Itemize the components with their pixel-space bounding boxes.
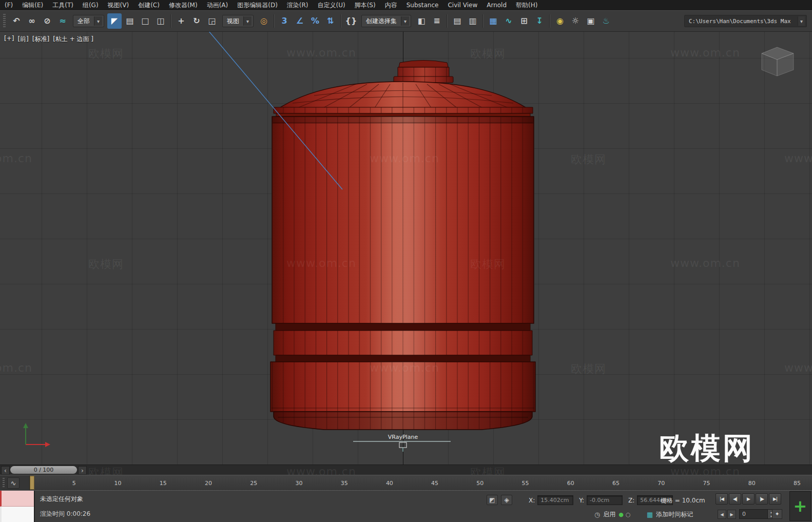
snap-toggle-3d-icon[interactable]: 3	[277, 13, 292, 29]
menu-item[interactable]: Arnold	[482, 0, 511, 10]
previous-key-button[interactable]: ◀	[718, 510, 726, 519]
menu-item[interactable]: Civil View	[443, 0, 482, 10]
viewport-front[interactable]: [+][前][标准][粘土 + 边面 ]	[0, 31, 812, 465]
x-label: X:	[529, 497, 535, 504]
align-icon[interactable]: ≡	[430, 13, 444, 29]
viewcube[interactable]	[762, 47, 794, 76]
next-key-button[interactable]: ▶	[727, 510, 736, 519]
layer-explorer-icon[interactable]: ▥	[466, 13, 480, 29]
reference-coordinate-dropdown[interactable]: 视图 ▾	[222, 15, 254, 27]
curve-editor-icon[interactable]: ∿	[501, 13, 516, 29]
window-crossing-icon[interactable]: ◫	[153, 13, 168, 29]
go-to-end-button[interactable]: ▶|	[769, 493, 781, 505]
x-coordinate-field[interactable]: 15.402cm	[537, 495, 573, 505]
undo-icon[interactable]: ↶	[9, 13, 24, 29]
menu-item[interactable]: (F)	[0, 0, 17, 10]
material-editor-icon[interactable]: ◉	[553, 13, 567, 29]
toolbar-separator	[482, 14, 484, 28]
menu-item[interactable]: 图形编辑器(D)	[233, 0, 282, 10]
use-pivot-center-icon[interactable]: ◎	[257, 13, 271, 29]
menu-item[interactable]: 修改器(M)	[164, 0, 202, 10]
mirror-icon[interactable]: ◧	[414, 13, 429, 29]
barrel-cap-top[interactable]	[399, 61, 448, 68]
y-label: Y:	[579, 497, 584, 504]
rendered-frame-window-icon[interactable]: ▣	[584, 13, 598, 29]
enable-indicator-off[interactable]: ○	[626, 512, 631, 517]
menu-item[interactable]: 动画(A)	[202, 0, 233, 10]
scene-explorer-icon[interactable]: ▤	[450, 13, 465, 29]
add-time-tag-button[interactable]: 添加时间标记	[656, 510, 693, 519]
rectangular-selection-icon[interactable]: □	[138, 13, 152, 29]
current-frame-field[interactable]: 0	[739, 509, 768, 519]
listener-macro-pane[interactable]	[0, 491, 34, 507]
grid-size-label: 栅格 = 10.0cm	[661, 496, 705, 505]
chevron-down-icon: ▾	[401, 16, 409, 26]
select-by-name-icon[interactable]: ▤	[123, 13, 137, 29]
viewport-menu-segment[interactable]: [标准]	[32, 35, 49, 44]
maxscript-mini-listener[interactable]	[0, 491, 35, 522]
menu-item[interactable]: 自定义(U)	[313, 0, 350, 10]
menu-item[interactable]: 工具(T)	[48, 0, 78, 10]
select-and-scale-icon[interactable]: ◲	[205, 13, 219, 29]
enable-indicator-on[interactable]: ●	[618, 512, 624, 517]
viewport-menu-segment[interactable]: [粘土 + 边面 ]	[53, 35, 93, 44]
toolbar-drag-handle[interactable]	[3, 14, 6, 28]
asset-tracking-icon[interactable]: ↧	[532, 13, 547, 29]
percent-snap-icon[interactable]: %	[308, 13, 322, 29]
play-button[interactable]: ▶	[742, 493, 755, 505]
mini-curve-editor-button[interactable]: ∿	[7, 477, 20, 489]
trackbar-tick-label: 10	[114, 480, 121, 487]
menu-item[interactable]: 脚本(S)	[350, 0, 380, 10]
select-object-icon[interactable]: ◤	[107, 13, 122, 29]
coordinate-display: X: 15.402cm Y: -0.0cm Z: 56.644cm	[529, 495, 676, 505]
angle-snap-icon[interactable]: ∠	[293, 13, 307, 29]
select-and-rotate-icon[interactable]: ↻	[189, 13, 204, 29]
barrel-groove-lower[interactable]	[276, 355, 530, 362]
go-to-start-button[interactable]: |◀	[716, 493, 728, 505]
time-configuration-icon[interactable]: ◷	[594, 511, 600, 518]
selection-lock-icon[interactable]: ◈	[501, 495, 512, 505]
viewport-navigation-plus-button[interactable]: +	[789, 491, 811, 521]
vrayplane-object[interactable]: VRayPlane	[353, 434, 451, 452]
listener-script-pane[interactable]	[0, 507, 34, 522]
y-coordinate-field[interactable]: -0.0cm	[587, 495, 623, 505]
unlink-selection-icon[interactable]: ⊘	[40, 13, 54, 29]
named-selection-set-dropdown[interactable]: 创建选择集 ▾	[361, 15, 411, 27]
selection-filter-dropdown[interactable]: 全部 ▾	[73, 15, 104, 27]
time-slider[interactable]: ‹ 0 / 100 ›	[0, 465, 812, 475]
next-frame-button[interactable]: |▶	[756, 493, 768, 505]
time-slider-handle[interactable]: 0 / 100	[10, 466, 77, 474]
barrel-model[interactable]	[270, 61, 535, 430]
select-and-move-icon[interactable]: +	[174, 13, 188, 29]
project-folder-field[interactable]: C:\Users\Han\Documents\3ds Max 2022 ▾	[684, 15, 807, 27]
current-frame-marker[interactable]	[30, 476, 34, 490]
menu-item[interactable]: 编辑(E)	[17, 0, 48, 10]
barrel-groove-upper[interactable]	[276, 323, 530, 331]
menu-item[interactable]: 组(G)	[78, 0, 103, 10]
maxscript-icon[interactable]: {}	[344, 13, 358, 29]
spinner-snap-icon[interactable]: ⇅	[323, 13, 338, 29]
ribbon-toggle-icon[interactable]: ▦	[486, 13, 500, 29]
time-back-button[interactable]: ‹	[1, 466, 10, 475]
menu-item[interactable]: 帮助(H)	[511, 0, 542, 10]
viewport-menu-segment[interactable]: [前]	[17, 35, 28, 44]
bind-to-space-warp-icon[interactable]: ≈	[55, 13, 70, 29]
menu-item[interactable]: 内容	[380, 0, 402, 10]
menu-item[interactable]: 创建(C)	[133, 0, 164, 10]
render-setup-icon[interactable]: ☼	[568, 13, 583, 29]
drag-handle[interactable]	[3, 478, 5, 488]
menu-item[interactable]: 视图(V)	[103, 0, 134, 10]
track-bar[interactable]: ∿ 0510152025303540455055606570758085	[0, 475, 812, 491]
viewport-canvas[interactable]: VRayPlane	[0, 31, 812, 465]
previous-frame-button[interactable]: ◀|	[729, 493, 741, 505]
render-production-icon[interactable]: ♨	[599, 13, 613, 29]
viewport-menu-segment[interactable]: [+]	[4, 35, 14, 44]
menu-item[interactable]: Substance	[402, 0, 443, 10]
3ds-max-window: (F)编辑(E)工具(T)组(G)视图(V)创建(C)修改器(M)动画(A)图形…	[0, 0, 812, 522]
isolate-selection-icon[interactable]: ◩	[487, 495, 498, 505]
schematic-view-icon[interactable]: ⊞	[517, 13, 531, 29]
set-key-icon[interactable]: ✦	[772, 509, 782, 519]
select-and-link-icon[interactable]: ∞	[25, 13, 39, 29]
menu-item[interactable]: 渲染(R)	[282, 0, 313, 10]
time-forward-button[interactable]: ›	[78, 466, 87, 475]
